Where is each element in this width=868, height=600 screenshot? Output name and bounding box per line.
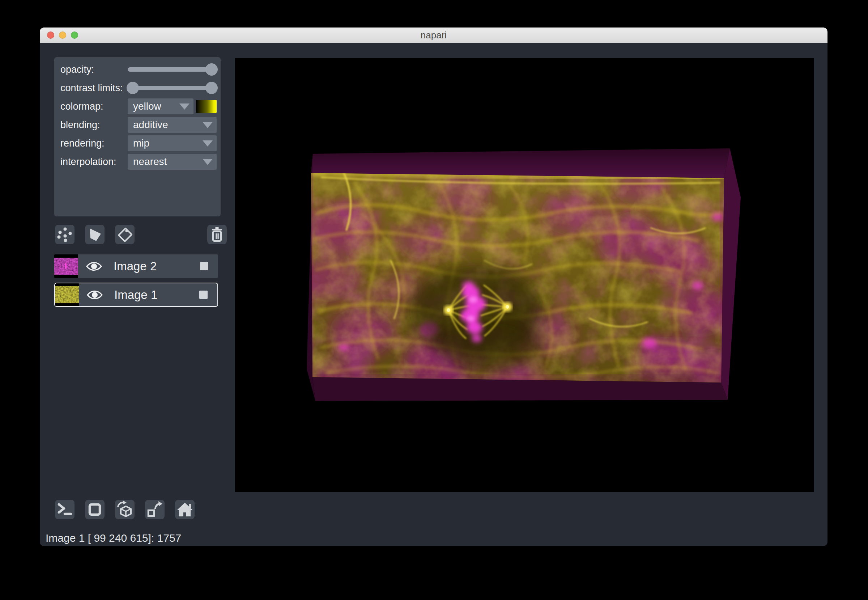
transpose-arrow-icon (145, 500, 165, 519)
console-button[interactable] (55, 500, 74, 519)
opacity-slider[interactable] (128, 62, 217, 77)
rendering-dropdown[interactable]: mip (128, 135, 217, 151)
home-icon (175, 500, 195, 519)
chevron-down-icon (203, 159, 213, 165)
rendering-value: mip (133, 138, 150, 149)
contrast-limits-label: contrast limits: (59, 82, 128, 94)
opacity-slider-track[interactable] (128, 67, 217, 72)
viewer-buttons (54, 500, 218, 519)
blending-value: additive (133, 119, 168, 131)
layer-buttons (54, 225, 218, 244)
layer-name: Image 2 (113, 259, 157, 273)
contrast-high-handle[interactable] (206, 82, 218, 94)
window-title: napari (420, 30, 447, 41)
opacity-label: opacity: (59, 64, 128, 75)
main-content: opacity: contrast limits: colormap: (40, 43, 827, 546)
delete-layer-button[interactable] (207, 225, 227, 244)
chevron-down-icon (179, 103, 189, 110)
chevron-down-icon (203, 140, 213, 147)
trash-icon (207, 225, 227, 244)
layer-mode-square (200, 262, 208, 270)
interpolation-dropdown[interactable]: nearest (128, 154, 217, 170)
cursor-status-text: Image 1 [ 99 240 615]: 1757 (45, 532, 181, 544)
opacity-slider-handle[interactable] (206, 63, 218, 76)
visibility-eye-icon[interactable] (86, 289, 103, 301)
shapes-icon (85, 225, 104, 244)
rendering-label: rendering: (59, 138, 128, 149)
ndisplay-toggle-button[interactable] (85, 500, 104, 519)
napari-window: napari opacity: contrast limits: (40, 27, 827, 546)
colormap-gradient-swatch (196, 100, 217, 113)
roll-dimensions-button[interactable] (115, 500, 135, 519)
layer-thumbnail-image1 (55, 283, 79, 306)
traffic-lights (47, 32, 78, 39)
layer-row-image1[interactable]: Image 1 (54, 283, 218, 307)
add-shapes-button[interactable] (85, 225, 104, 244)
status-bar: Image 1 [ 99 240 615]: 1757 (45, 531, 181, 545)
viewer-canvas[interactable] (235, 58, 814, 492)
colormap-label: colormap: (59, 101, 128, 112)
interpolation-value: nearest (133, 156, 167, 168)
transpose-dimensions-button[interactable] (145, 500, 165, 519)
layer-mode-square (199, 291, 207, 299)
contrast-limits-track[interactable] (128, 86, 217, 90)
visibility-eye-icon[interactable] (86, 261, 102, 272)
contrast-limits-slider[interactable] (128, 80, 217, 96)
zoom-button[interactable] (71, 32, 78, 39)
chevron-down-icon (203, 122, 213, 128)
points-icon (55, 225, 74, 244)
labels-icon (115, 225, 135, 244)
minimize-button[interactable] (59, 32, 66, 39)
volume-rendering (235, 58, 814, 492)
cube-roll-icon (115, 500, 135, 519)
interpolation-label: interpolation: (59, 156, 128, 168)
layer-thumbnail-image2 (54, 255, 78, 278)
console-icon (55, 500, 74, 519)
blending-label: blending: (59, 120, 128, 131)
close-button[interactable] (47, 32, 54, 39)
contrast-low-handle[interactable] (127, 82, 139, 94)
layer-controls-panel: opacity: contrast limits: colormap: (54, 57, 221, 217)
add-labels-button[interactable] (115, 225, 135, 244)
layer-row-image2[interactable]: Image 2 (54, 255, 218, 278)
home-button[interactable] (175, 500, 195, 519)
square-2d-icon (85, 500, 104, 519)
layer-name: Image 1 (114, 288, 157, 302)
titlebar[interactable]: napari (40, 27, 827, 43)
blending-dropdown[interactable]: additive (128, 117, 217, 133)
add-points-button[interactable] (55, 225, 74, 244)
desktop: napari opacity: contrast limits: (0, 0, 868, 600)
colormap-value: yellow (133, 101, 161, 112)
colormap-dropdown[interactable]: yellow (128, 98, 194, 114)
